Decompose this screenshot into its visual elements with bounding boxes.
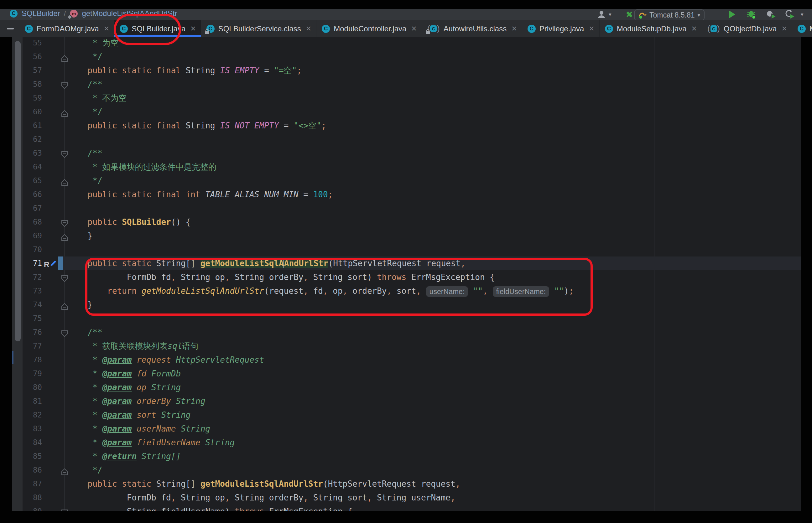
fold-marker-icon[interactable] [61, 149, 68, 157]
code-line-59[interactable]: 59 * 不为空 [12, 91, 801, 105]
line-number[interactable]: 76 [23, 325, 42, 339]
profiler-button[interactable] [765, 9, 776, 20]
line-number[interactable]: 61 [23, 119, 42, 132]
code-line-66[interactable]: 66 public static final int TABLE_ALIAS_N… [12, 187, 801, 201]
line-number[interactable]: 84 [23, 436, 42, 449]
code-line-69[interactable]: 69 } [12, 229, 801, 243]
code-line-82[interactable]: 82 * @param sort String [12, 408, 801, 422]
code-line-86[interactable]: 86 */ [12, 463, 801, 477]
code-line-85[interactable]: 85 * @return String[] [12, 449, 801, 463]
code-line-88[interactable]: 88 FormDb fd, String op, String orderBy,… [12, 491, 801, 505]
code-line-80[interactable]: 80 * @param op String [12, 380, 801, 394]
tab-list-dash-icon[interactable] [7, 28, 14, 30]
tab-close-icon[interactable]: ✕ [104, 25, 109, 33]
line-number[interactable]: 83 [23, 422, 42, 436]
line-number[interactable]: 68 [23, 215, 42, 229]
line-number[interactable]: 86 [23, 463, 42, 477]
debug-button[interactable] [746, 9, 756, 20]
code-line-84[interactable]: 84 * @param fieldUserName String [12, 436, 801, 449]
code-line-65[interactable]: 65 */ [12, 174, 801, 187]
line-number[interactable]: 59 [23, 91, 42, 105]
code-line-64[interactable]: 64 * 如果模块的过滤条件中是完整的 [12, 160, 801, 174]
code-line-81[interactable]: 81 * @param orderBy String [12, 394, 801, 408]
line-number[interactable]: 87 [23, 477, 42, 491]
line-number[interactable]: 85 [23, 449, 42, 463]
tab-AutowireUtils.class[interactable]: (C)AutowireUtils.class✕ [422, 20, 522, 37]
line-number[interactable]: 60 [23, 105, 42, 119]
tab-close-icon[interactable]: ✕ [691, 25, 697, 33]
tab-SQLBuilderService.class[interactable]: CSQLBuilderService.class✕ [201, 20, 317, 37]
line-number[interactable]: 65 [23, 174, 42, 187]
line-number[interactable]: 79 [23, 367, 42, 380]
code-line-62[interactable]: 62 [12, 132, 801, 146]
line-number[interactable]: 89 [23, 505, 42, 511]
fold-marker-icon[interactable] [61, 80, 68, 88]
fold-marker-icon[interactable] [61, 507, 68, 511]
line-number[interactable]: 56 [23, 50, 42, 64]
line-number[interactable]: 81 [23, 394, 42, 408]
code-line-83[interactable]: 83 * @param userName String [12, 422, 801, 436]
line-number[interactable]: 74 [23, 298, 42, 312]
line-number[interactable]: 57 [23, 64, 42, 77]
user-menu[interactable]: ▾ [597, 9, 612, 20]
tab-ModuleController.java[interactable]: CModuleController.java✕ [317, 20, 422, 37]
tab-Privilege.java[interactable]: CPrivilege.java✕ [522, 20, 600, 37]
build-button[interactable] [625, 9, 634, 20]
code-line-68[interactable]: 68 public SQLBuilder() { [12, 215, 801, 229]
line-number[interactable]: 66 [23, 187, 42, 201]
tab-close-icon[interactable]: ✕ [411, 25, 417, 33]
fold-marker-icon[interactable] [61, 232, 68, 240]
fold-marker-icon[interactable] [61, 177, 68, 185]
code-line-60[interactable]: 60 */ [12, 105, 801, 119]
fold-marker-icon[interactable] [61, 328, 68, 336]
line-number[interactable]: 62 [23, 132, 42, 146]
more-actions-button[interactable]: ▾ [801, 9, 804, 20]
code-line-79[interactable]: 79 * @param fd FormDb [12, 367, 801, 380]
tab-close-icon[interactable]: ✕ [306, 25, 311, 33]
line-number[interactable]: 58 [23, 77, 42, 91]
run-button[interactable] [729, 9, 735, 20]
code-line-78[interactable]: 78 * @param request HttpServletRequest [12, 353, 801, 367]
code-line-57[interactable]: 57 public static final String IS_EMPTY =… [12, 64, 801, 77]
fold-marker-icon[interactable] [61, 273, 68, 281]
fold-marker-icon[interactable] [61, 301, 68, 309]
code-line-56[interactable]: 56 */ [12, 50, 801, 64]
line-number[interactable]: 63 [23, 146, 42, 160]
code-line-77[interactable]: 77 * 获取关联模块列表sql语句 [12, 339, 801, 353]
fold-marker-icon[interactable] [61, 53, 68, 61]
code-line-61[interactable]: 61 public static final String IS_NOT_EMP… [12, 119, 801, 132]
line-number[interactable]: 80 [23, 380, 42, 394]
code-line-70[interactable]: 70 [12, 243, 801, 256]
tab-ModuleEx[interactable]: CModuleEx✕ [792, 20, 812, 37]
fold-marker-icon[interactable] [61, 108, 68, 116]
code-line-58[interactable]: 58 /** [12, 77, 801, 91]
code-line-63[interactable]: 63 /** [12, 146, 801, 160]
line-number[interactable]: 69 [23, 229, 42, 243]
tab-close-icon[interactable]: ✕ [589, 25, 594, 33]
fold-marker-icon[interactable] [61, 218, 68, 226]
tab-close-icon[interactable]: ✕ [781, 25, 787, 33]
breadcrumb-class[interactable]: SQLBuilder [22, 9, 60, 18]
tab-close-icon[interactable]: ✕ [511, 25, 517, 33]
line-number[interactable]: 77 [23, 339, 42, 353]
run-configuration-select[interactable]: Tomcat 8.5.81 ▾ [634, 10, 705, 20]
rerun-button[interactable] [784, 9, 795, 20]
line-number[interactable]: 71 [23, 256, 42, 270]
line-number[interactable]: 82 [23, 408, 42, 422]
line-number[interactable]: 88 [23, 491, 42, 505]
line-number[interactable]: 72 [23, 270, 42, 284]
tab-close-icon[interactable]: ✕ [190, 25, 196, 33]
line-number[interactable]: 73 [23, 284, 42, 298]
tab-QObjectDb.java[interactable]: (C)QObjectDb.java✕ [702, 20, 792, 37]
tab-FormDAOMgr.java[interactable]: CFormDAOMgr.java✕ [19, 20, 114, 37]
tab-ModuleSetupDb.java[interactable]: CModuleSetupDb.java✕ [600, 20, 702, 37]
code-line-76[interactable]: 76 /** [12, 325, 801, 339]
line-number[interactable]: 75 [23, 312, 42, 325]
rename-suggestion-icon[interactable]: R [42, 257, 62, 270]
line-number[interactable]: 55 [23, 37, 42, 50]
code-line-89[interactable]: 89 String fieldUserName) throws ErrMsgEx… [12, 505, 801, 511]
line-number[interactable]: 64 [23, 160, 42, 174]
line-number[interactable]: 78 [23, 353, 42, 367]
line-number[interactable]: 70 [23, 243, 42, 256]
code-line-67[interactable]: 67 [12, 201, 801, 215]
